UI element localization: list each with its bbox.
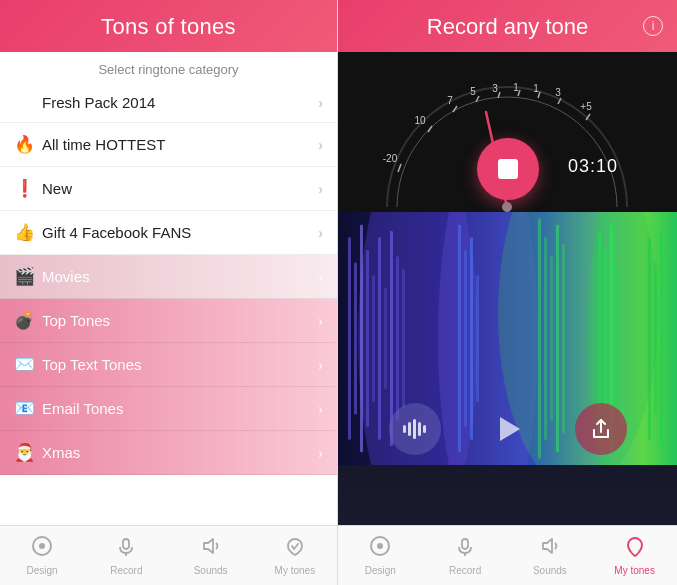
svg-point-24 xyxy=(502,202,512,212)
svg-text:03:10: 03:10 xyxy=(568,156,618,176)
menu-emoji-4: 🎬 xyxy=(14,266,42,287)
svg-rect-59 xyxy=(413,419,416,439)
chevron-icon-5: › xyxy=(318,313,323,329)
tab-label-0: Design xyxy=(27,565,58,576)
menu-emoji-6: ✉️ xyxy=(14,354,42,375)
menu-item-1[interactable]: 🔥 All time HOTTEST › xyxy=(0,123,337,167)
left-title: Tons of tones xyxy=(10,14,327,40)
svg-text:3: 3 xyxy=(492,83,498,94)
svg-text:7: 7 xyxy=(447,95,453,106)
left-bottom-tabs: Design Record Sounds My tones xyxy=(0,525,337,585)
left-tab-record[interactable]: Record xyxy=(84,526,168,585)
svg-rect-37 xyxy=(384,288,387,389)
chevron-icon-2: › xyxy=(318,181,323,197)
chevron-icon-7: › xyxy=(318,401,323,417)
svg-point-1 xyxy=(39,543,45,549)
svg-rect-61 xyxy=(423,425,426,433)
right-tab-label-3: My tones xyxy=(614,565,655,576)
chevron-icon-0: › xyxy=(318,95,323,111)
waveform-icon xyxy=(401,415,429,443)
record-icon xyxy=(115,535,137,557)
menu-emoji-2: ❗ xyxy=(14,178,42,199)
share-button[interactable] xyxy=(575,403,627,455)
right-tab-design[interactable]: Design xyxy=(338,526,423,585)
right-tab-record[interactable]: Record xyxy=(423,526,508,585)
record-stop-container xyxy=(477,138,539,200)
record-icon-r xyxy=(454,535,476,557)
tab-label-3: My tones xyxy=(275,565,316,576)
menu-item-0[interactable]: Fresh Pack 2014 › xyxy=(0,83,337,123)
svg-text:1: 1 xyxy=(533,83,539,94)
right-tab-label-1: Record xyxy=(449,565,481,576)
menu-item-7[interactable]: 📧 Email Tones › xyxy=(0,387,337,431)
menu-item-8[interactable]: 🎅 Xmas › xyxy=(0,431,337,475)
stop-icon xyxy=(498,159,518,179)
tab-label-2: Sounds xyxy=(194,565,228,576)
play-button[interactable] xyxy=(482,403,534,455)
svg-rect-40 xyxy=(402,269,405,408)
svg-rect-64 xyxy=(462,539,468,549)
menu-item-3[interactable]: 👍 Gift 4 Facebook FANS › xyxy=(0,211,337,255)
svg-rect-42 xyxy=(464,250,467,427)
left-tab-sounds[interactable]: Sounds xyxy=(169,526,253,585)
category-subtitle: Select ringtone category xyxy=(0,52,337,83)
menu-item-2[interactable]: ❗ New › xyxy=(0,167,337,211)
menu-item-4[interactable]: 🎬 Movies › xyxy=(0,255,337,299)
svg-text:-20: -20 xyxy=(383,153,398,164)
my-tones-icon-r xyxy=(624,535,646,557)
sounds-icon-r xyxy=(539,535,561,557)
svg-rect-51 xyxy=(604,250,607,427)
design-icon xyxy=(31,535,53,557)
svg-rect-34 xyxy=(366,250,369,427)
menu-label-0: Fresh Pack 2014 xyxy=(42,94,318,111)
right-header: Record any tone i xyxy=(338,0,677,52)
svg-text:3: 3 xyxy=(555,87,561,98)
left-tab-design[interactable]: Design xyxy=(0,526,84,585)
svg-text:5: 5 xyxy=(470,86,476,97)
svg-rect-53 xyxy=(616,263,619,415)
svg-rect-47 xyxy=(550,256,553,420)
right-title: Record any tone xyxy=(348,14,667,40)
left-header: Tons of tones xyxy=(0,0,337,52)
menu-item-5[interactable]: 💣 Top Tones › xyxy=(0,299,337,343)
chevron-icon-6: › xyxy=(318,357,323,373)
menu-label-7: Email Tones xyxy=(42,400,318,417)
svg-rect-44 xyxy=(476,275,479,402)
menu-list: Fresh Pack 2014 › 🔥 All time HOTTEST › ❗… xyxy=(0,83,337,525)
svg-text:1: 1 xyxy=(513,82,519,93)
svg-point-63 xyxy=(377,543,383,549)
svg-rect-58 xyxy=(408,422,411,436)
menu-label-3: Gift 4 Facebook FANS xyxy=(42,224,318,241)
svg-text:10: 10 xyxy=(414,115,426,126)
svg-rect-60 xyxy=(418,422,421,436)
menu-label-4: Movies xyxy=(42,268,318,285)
design-icon-r xyxy=(369,535,391,557)
left-tab-my tones[interactable]: My tones xyxy=(253,526,337,585)
right-tab-my-tones[interactable]: My tones xyxy=(592,526,677,585)
menu-label-8: Xmas xyxy=(42,444,318,461)
menu-item-6[interactable]: ✉️ Top Text Tones › xyxy=(0,343,337,387)
stop-button[interactable] xyxy=(477,138,539,200)
vu-meter-area: -20 10 7 5 3 1 1 3 +5 03:10 xyxy=(338,52,677,212)
chevron-icon-3: › xyxy=(318,225,323,241)
right-tab-sounds[interactable]: Sounds xyxy=(508,526,593,585)
svg-rect-57 xyxy=(403,425,406,433)
menu-emoji-1: 🔥 xyxy=(14,134,42,155)
menu-label-5: Top Tones xyxy=(42,312,318,329)
svg-rect-39 xyxy=(396,256,399,420)
svg-rect-55 xyxy=(654,263,657,415)
menu-emoji-8: 🎅 xyxy=(14,442,42,463)
play-icon xyxy=(500,417,520,441)
sounds-icon xyxy=(200,535,222,557)
svg-rect-32 xyxy=(354,263,357,415)
right-bottom-tabs: Design Record Sounds My tones xyxy=(338,525,677,585)
chevron-icon-4: › xyxy=(318,269,323,285)
waveform-button[interactable] xyxy=(389,403,441,455)
left-panel: Tons of tones Select ringtone category F… xyxy=(0,0,338,585)
menu-emoji-7: 📧 xyxy=(14,398,42,419)
my-tones-icon xyxy=(284,535,306,557)
menu-emoji-5: 💣 xyxy=(14,310,42,331)
chevron-icon-8: › xyxy=(318,445,323,461)
info-button[interactable]: i xyxy=(643,16,663,36)
right-panel: Record any tone i -20 10 7 5 3 1 1 3 +5 xyxy=(338,0,677,585)
